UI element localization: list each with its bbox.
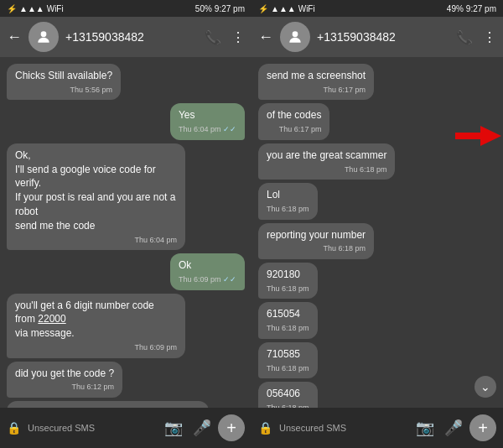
list-item: 615054 Thu 6:18 pm: [258, 302, 318, 338]
call-icon[interactable]: 📞: [456, 29, 473, 45]
right-phone: ⚡ ▲▲▲ WiFi 49% 9:27 pm ← +13159038482 📞 …: [252, 0, 503, 448]
add-button[interactable]: +: [218, 414, 245, 441]
arrow-indicator: [455, 124, 501, 151]
check-icon: ✓✓: [223, 275, 236, 284]
message-meta: Thu 6:04 pm: [15, 235, 177, 246]
right-header: ← +13159038482 📞 ⋮: [252, 17, 503, 57]
message-text: 710585: [267, 347, 309, 362]
svg-marker-2: [455, 126, 501, 146]
right-chat-area: send me a screenshot Thu 6:17 pm of the …: [252, 57, 503, 408]
message-text: 056406: [267, 387, 309, 401]
message-meta: Thu 6:04 pm ✓✓: [179, 124, 236, 135]
lock-icon: 🔒: [7, 421, 21, 435]
message-text: Chicks Still available?: [15, 69, 112, 83]
left-status-bar: ⚡ ▲▲▲ WiFi 50% 9:27 pm: [0, 0, 252, 17]
message-meta: Thu 6:17 pm: [267, 124, 321, 135]
list-item: 710585 Thu 6:18 pm: [258, 342, 318, 378]
back-button[interactable]: ←: [258, 29, 273, 46]
avatar: [29, 22, 59, 52]
chevron-down-icon: ⌄: [480, 380, 490, 393]
message-text: Ok: [179, 258, 236, 273]
plus-icon: +: [478, 419, 488, 438]
list-item: Lol Thu 6:18 pm: [258, 183, 318, 219]
message-meta: Thu 6:12 pm: [15, 382, 114, 393]
message-meta: Thu 6:18 pm: [267, 164, 386, 175]
list-item: Chicks Still available? Thu 5:56 pm: [7, 64, 121, 100]
camera-icon[interactable]: 📷: [416, 419, 434, 437]
plus-icon: +: [226, 419, 236, 438]
message-text: Yes: [179, 108, 236, 122]
header-actions: 📞 ⋮: [205, 29, 245, 45]
bluetooth-icon: ⚡: [258, 4, 268, 13]
left-status-left: ⚡ ▲▲▲ WiFi: [7, 4, 64, 13]
svg-point-0: [41, 31, 47, 37]
right-status-right: 49% 9:27 pm: [447, 4, 496, 13]
bluetooth-icon: ⚡: [7, 4, 17, 13]
message-meta: Thu 6:18 pm: [267, 403, 309, 408]
left-header: ← +13159038482 📞 ⋮: [0, 17, 252, 57]
message-text: of the codes: [267, 108, 321, 122]
right-status-bar: ⚡ ▲▲▲ WiFi 49% 9:27 pm: [252, 0, 503, 17]
sms-label: Unsecured SMS: [28, 423, 158, 433]
avatar: [280, 22, 310, 52]
list-item: Ok, I'll send a google voice code for ve…: [7, 143, 185, 250]
message-meta: Thu 6:17 pm: [267, 85, 366, 96]
mic-icon[interactable]: 🎤: [193, 419, 211, 437]
battery-text: 50%: [195, 4, 212, 13]
add-button[interactable]: +: [469, 414, 496, 441]
list-item: you'll get a 6 digit number code from 22…: [7, 294, 185, 358]
time-text: 9:27 pm: [215, 4, 245, 13]
bottom-icons: 📷 🎤: [416, 419, 463, 437]
message-text: did you get the code ?: [15, 367, 114, 381]
left-bottom-bar: 🔒 Unsecured SMS 📷 🎤 +: [0, 408, 252, 448]
message-text: you'll get a 6 digit number code from 22…: [15, 299, 177, 341]
check-icon: ✓✓: [223, 125, 236, 133]
left-status-right: 50% 9:27 pm: [195, 4, 245, 13]
battery-text: 49%: [447, 4, 464, 13]
back-button[interactable]: ←: [7, 29, 22, 46]
more-icon[interactable]: ⋮: [231, 29, 245, 45]
message-meta: Thu 6:18 pm: [267, 204, 309, 215]
call-icon[interactable]: 📞: [205, 29, 221, 45]
link-22000[interactable]: 22000: [38, 313, 65, 325]
time-text: 9:27 pm: [466, 4, 496, 13]
message-meta: Thu 6:09 pm: [15, 342, 177, 353]
message-meta: Thu 6:18 pm: [267, 243, 366, 254]
message-text: for some scammers we can't buy any produ…: [15, 406, 200, 408]
scroll-down-button[interactable]: ⌄: [474, 376, 496, 398]
contact-name[interactable]: +13159038482: [317, 30, 449, 44]
more-icon[interactable]: ⋮: [483, 29, 496, 45]
signal-icon: ▲▲▲: [19, 4, 44, 13]
right-bottom-bar: 🔒 Unsecured SMS 📷 🎤 +: [252, 408, 503, 448]
list-item: did you get the code ? Thu 6:12 pm: [7, 362, 122, 398]
message-meta: Thu 6:18 pm: [267, 323, 309, 334]
message-text: 920180: [267, 268, 309, 282]
bottom-icons: 📷 🎤: [164, 419, 211, 437]
message-text: Lol: [267, 188, 309, 202]
message-meta: Thu 6:18 pm: [267, 284, 309, 294]
message-text: you are the great scammer: [267, 148, 386, 163]
lock-icon: 🔒: [258, 421, 272, 435]
list-item: Ok Thu 6:09 pm ✓✓: [170, 253, 245, 289]
message-meta: Thu 5:56 pm: [15, 85, 112, 96]
list-item: reporting your number Thu 6:18 pm: [258, 223, 374, 259]
highlighted-message: you are the great scammer Thu 6:18 pm: [258, 143, 395, 180]
wifi-icon: WiFi: [47, 4, 64, 13]
left-phone: ⚡ ▲▲▲ WiFi 50% 9:27 pm ← +13159038482 📞 …: [0, 0, 252, 448]
list-item: of the codes Thu 6:17 pm: [258, 103, 329, 139]
message-text: reporting your number: [267, 228, 366, 242]
list-item: Yes Thu 6:04 pm ✓✓: [170, 103, 245, 139]
right-status-left: ⚡ ▲▲▲ WiFi: [258, 4, 315, 13]
message-text: 615054: [267, 307, 309, 321]
list-item: 920180 Thu 6:18 pm: [258, 263, 318, 299]
camera-icon[interactable]: 📷: [164, 419, 183, 437]
wifi-icon: WiFi: [298, 4, 315, 13]
message-meta: Thu 6:18 pm: [267, 363, 309, 374]
svg-point-1: [293, 31, 298, 37]
mic-icon[interactable]: 🎤: [444, 419, 463, 437]
contact-name[interactable]: +13159038482: [65, 30, 198, 44]
message-text: Ok, I'll send a google voice code for ve…: [15, 148, 177, 233]
header-actions: 📞 ⋮: [456, 29, 496, 45]
list-item: for some scammers we can't buy any produ…: [7, 401, 209, 408]
list-item: send me a screenshot Thu 6:17 pm: [258, 64, 374, 100]
